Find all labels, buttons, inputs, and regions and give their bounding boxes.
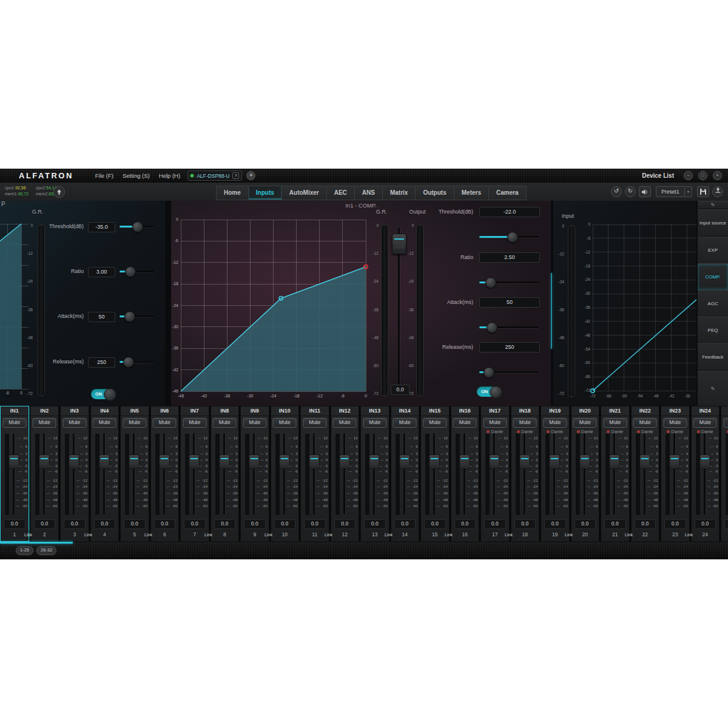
- channel-gain-value[interactable]: 0.0: [154, 519, 176, 529]
- channel-gain-value[interactable]: 0.0: [124, 519, 146, 529]
- mute-button[interactable]: Mute: [513, 418, 537, 428]
- comp-curve-graph[interactable]: 0-6-12-18-24-30-36-42-48-48-42-36-30-24-…: [172, 204, 373, 403]
- channel-strip-in24[interactable]: IN24MuteDante12630-3-6-12-24-36-48-600.0…: [691, 406, 720, 542]
- mute-button[interactable]: Mute: [153, 418, 177, 428]
- channel-gain-value[interactable]: 0.0: [604, 519, 626, 529]
- mute-button[interactable]: Mute: [93, 418, 116, 428]
- comp-param-value-box[interactable]: -22.0: [479, 207, 540, 217]
- comp-param-slider[interactable]: [479, 277, 539, 288]
- channel-strip-in23[interactable]: IN23MuteDante12630-3-6-12-24-36-48-600.0…: [661, 406, 690, 542]
- mute-button[interactable]: Mute: [693, 418, 717, 428]
- sidebar-scroll-up[interactable]: ✎: [698, 201, 728, 209]
- comp-param-slider[interactable]: [479, 322, 539, 332]
- minimize-icon[interactable]: –: [684, 171, 693, 180]
- link-button[interactable]: Link: [380, 531, 398, 539]
- channel-page-tab-1-25[interactable]: 1-25: [16, 546, 33, 555]
- channel-gain-value[interactable]: 0.0: [454, 519, 476, 529]
- menu-file[interactable]: File (F): [95, 172, 113, 179]
- save-preset-button[interactable]: [697, 186, 709, 197]
- mute-button[interactable]: Mute: [273, 418, 297, 428]
- comp-on-toggle[interactable]: ON: [477, 386, 501, 397]
- channel-strip-in5[interactable]: IN5Mute12630-3-6-12-24-36-48-600.05Link: [120, 406, 149, 542]
- link-button[interactable]: Link: [500, 531, 518, 539]
- mute-button[interactable]: Mute: [723, 418, 728, 428]
- nav-tab-aec[interactable]: AEC: [327, 186, 355, 200]
- channel-fader-track[interactable]: [43, 433, 45, 514]
- link-button[interactable]: Link: [260, 531, 278, 539]
- channel-strip-in12[interactable]: IN12Mute12630-3-6-12-24-36-48-600.012: [331, 406, 360, 542]
- channel-fader-track[interactable]: [223, 433, 225, 514]
- mute-button[interactable]: Mute: [633, 418, 657, 428]
- mute-button[interactable]: Mute: [663, 418, 687, 428]
- link-button[interactable]: Link: [140, 531, 158, 539]
- exp-param-value-box[interactable]: -35.0: [88, 222, 115, 232]
- link-button[interactable]: Link: [19, 531, 38, 539]
- device-tab-close-icon[interactable]: x: [232, 172, 239, 179]
- nav-tab-meters[interactable]: Meters: [454, 186, 489, 200]
- mute-button[interactable]: Mute: [393, 418, 417, 428]
- channel-gain-value[interactable]: 0.0: [695, 519, 716, 529]
- channel-fader-track[interactable]: [524, 433, 525, 514]
- channel-strip-in18[interactable]: IN18MuteDante12630-3-6-12-24-36-48-600.0…: [511, 406, 540, 542]
- mute-button[interactable]: Mute: [423, 418, 447, 428]
- sidebar-scroll-down[interactable]: ✎: [698, 371, 728, 407]
- channel-strip-in9[interactable]: IN9Mute12630-3-6-12-24-36-48-600.09Link: [240, 406, 269, 542]
- channel-strip-in7[interactable]: IN7Mute12630-3-6-12-24-36-48-600.07Link: [180, 406, 209, 542]
- channel-gain-value[interactable]: 0.0: [544, 519, 566, 529]
- device-tab[interactable]: ALF-DSP88-U x: [187, 170, 242, 181]
- channel-strip-in19[interactable]: IN19MuteDante12630-3-6-12-24-36-48-600.0…: [541, 406, 570, 542]
- channel-strip-in20[interactable]: IN20MuteDante12630-3-6-12-24-36-48-600.0…: [571, 406, 600, 542]
- mute-button[interactable]: Mute: [453, 418, 477, 428]
- channel-fader-track[interactable]: [343, 433, 345, 514]
- exp-param-slider[interactable]: [120, 357, 154, 367]
- channel-fader-track[interactable]: [283, 433, 285, 514]
- channel-fader-track[interactable]: [644, 433, 645, 514]
- channel-gain-value[interactable]: 0.0: [484, 519, 506, 529]
- comp-param-value-box[interactable]: 50: [479, 297, 540, 308]
- channel-strip-in21[interactable]: IN21MuteDante12630-3-6-12-24-36-48-600.0…: [601, 406, 630, 542]
- mute-button[interactable]: Mute: [243, 418, 266, 428]
- strips-scrollbar[interactable]: [0, 542, 73, 544]
- channel-fader-track[interactable]: [193, 433, 195, 514]
- channel-fader-track[interactable]: [373, 433, 375, 514]
- channel-strip-in10[interactable]: IN10Mute12630-3-6-12-24-36-48-600.010: [271, 406, 300, 542]
- redo-button[interactable]: ↻: [625, 186, 636, 197]
- preset-select[interactable]: Preset1 ▼: [656, 186, 692, 197]
- exp-param-value-box[interactable]: 3.00: [88, 267, 115, 277]
- menu-setting[interactable]: Setting (S): [123, 172, 150, 179]
- mute-button[interactable]: Mute: [2, 418, 26, 428]
- comp-param-slider[interactable]: [479, 232, 539, 242]
- channel-fader-track[interactable]: [103, 433, 105, 514]
- exp-param-value-box[interactable]: 50: [88, 312, 115, 322]
- sidebar-item-agc[interactable]: AGC: [698, 290, 728, 317]
- channel-strip-in17[interactable]: IN17MuteDante12630-3-6-12-24-36-48-600.0…: [480, 406, 510, 542]
- mute-button[interactable]: Mute: [303, 418, 326, 428]
- maximize-icon[interactable]: □: [698, 171, 707, 180]
- channel-fader-track[interactable]: [613, 433, 615, 514]
- mute-button[interactable]: Mute: [573, 418, 597, 428]
- exp-toggle-knob[interactable]: [104, 388, 116, 401]
- exp-param-slider-thumb[interactable]: [123, 357, 134, 368]
- exp-param-slider[interactable]: [120, 221, 154, 232]
- comp-param-value-box[interactable]: 2.50: [479, 252, 540, 263]
- mute-button[interactable]: Mute: [183, 418, 206, 428]
- channel-gain-value[interactable]: 0.0: [274, 519, 296, 529]
- sidebar-item-feedback[interactable]: Feedback: [698, 343, 728, 371]
- channel-strip-in14[interactable]: IN14Mute12630-3-6-12-24-36-48-600.014: [391, 406, 420, 542]
- channel-gain-value[interactable]: 0.0: [64, 519, 86, 529]
- mute-button[interactable]: Mute: [363, 418, 386, 428]
- exp-param-value-box[interactable]: 250: [88, 357, 115, 368]
- channel-strip-in11[interactable]: IN11Mute12630-3-6-12-24-36-48-600.011Lin…: [300, 406, 329, 542]
- exp-param-slider[interactable]: [120, 266, 154, 277]
- mute-button[interactable]: Mute: [33, 418, 56, 428]
- link-button[interactable]: Link: [440, 531, 458, 539]
- channel-fader-track[interactable]: [553, 433, 555, 514]
- mute-button[interactable]: Mute: [62, 418, 86, 428]
- upload-to-device-button[interactable]: [712, 186, 723, 197]
- link-button[interactable]: Link: [79, 531, 98, 539]
- channel-gain-value[interactable]: 0.0: [424, 519, 446, 529]
- comp-param-slider-thumb[interactable]: [484, 367, 494, 378]
- sidebar-item-comp[interactable]: COMP.: [698, 263, 728, 291]
- link-button[interactable]: Link: [560, 531, 578, 539]
- channel-fader-track[interactable]: [133, 433, 135, 514]
